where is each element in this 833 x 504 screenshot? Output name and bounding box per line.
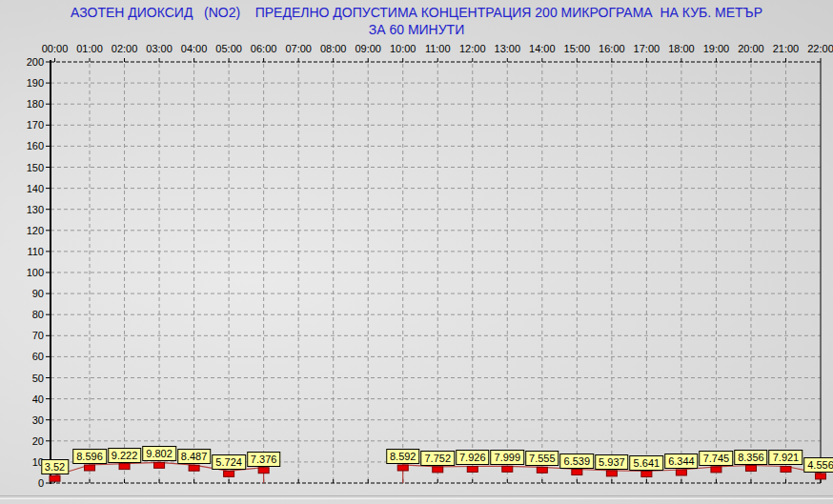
data-marker xyxy=(433,467,443,473)
data-marker xyxy=(467,466,477,472)
data-marker xyxy=(641,472,652,477)
data-marker xyxy=(676,470,686,475)
data-marker xyxy=(711,467,721,473)
point-label: 8.487 xyxy=(177,449,212,464)
point-label: 7.376 xyxy=(247,452,281,467)
data-marker xyxy=(85,465,95,471)
chart-screen: АЗОТЕН ДИОКСИД (NO2) ПРЕДЕЛНО ДОПУСТИМА … xyxy=(0,0,833,504)
data-marker xyxy=(502,466,513,472)
data-marker xyxy=(745,466,756,472)
point-label: 8.596 xyxy=(72,449,107,464)
data-marker xyxy=(781,466,791,472)
point-label: 3.52 xyxy=(41,459,69,474)
point-label: 7.926 xyxy=(456,450,490,465)
point-label: 8.592 xyxy=(386,449,420,464)
data-marker xyxy=(50,475,60,481)
point-label: 6.344 xyxy=(664,454,699,469)
data-marker xyxy=(154,462,165,468)
point-label: 7.745 xyxy=(700,451,734,466)
data-marker xyxy=(258,468,269,474)
point-label: 5.724 xyxy=(212,454,246,470)
point-label: 7.921 xyxy=(769,450,803,465)
data-marker xyxy=(606,471,617,476)
point-label: 7.555 xyxy=(525,451,559,466)
data-marker xyxy=(189,465,199,471)
bottom-divider xyxy=(0,495,833,499)
h-gridlines xyxy=(51,83,821,462)
point-label: 7.752 xyxy=(420,451,455,466)
point-label: 5.937 xyxy=(595,454,629,470)
point-label: 6.539 xyxy=(560,454,595,469)
point-label: 9.802 xyxy=(142,446,176,461)
point-label: 7.999 xyxy=(491,450,525,465)
point-label: 5.641 xyxy=(630,455,664,471)
data-marker xyxy=(537,467,547,473)
point-label: 8.356 xyxy=(734,450,768,465)
data-marker xyxy=(816,474,826,479)
data-marker xyxy=(119,464,130,470)
point-label: 9.222 xyxy=(108,448,142,463)
point-label: 4.556 xyxy=(803,457,833,473)
plot-area xyxy=(0,0,833,504)
data-marker xyxy=(224,471,234,476)
data-marker xyxy=(572,470,582,475)
data-marker xyxy=(397,465,408,471)
v-gridlines xyxy=(90,64,785,482)
